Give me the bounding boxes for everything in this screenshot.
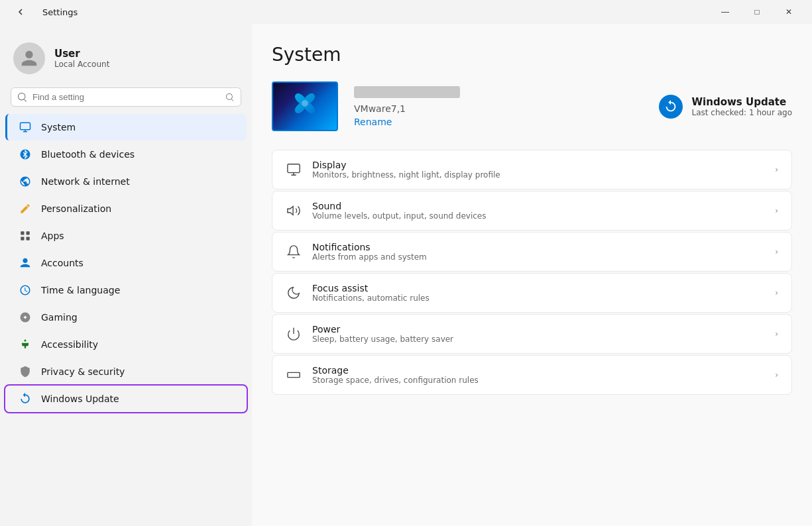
- avatar: [13, 42, 45, 74]
- sound-chevron: ›: [775, 206, 778, 215]
- personalization-icon: [19, 202, 32, 215]
- page-title: System: [272, 44, 792, 66]
- accounts-icon: [19, 256, 32, 270]
- system-icon: [19, 121, 32, 134]
- network-icon: [19, 175, 32, 188]
- sidebar-item-accessibility[interactable]: Accessibility: [5, 331, 247, 358]
- sidebar-item-personalization[interactable]: Personalization: [5, 195, 247, 222]
- settings-row-power[interactable]: Power Sleep, battery usage, battery save…: [272, 314, 792, 354]
- sidebar-item-apps[interactable]: Apps: [5, 223, 247, 249]
- main-content: System VMware7,1: [252, 24, 812, 526]
- sidebar-item-network[interactable]: Network & internet: [5, 168, 247, 195]
- display-title: Display: [312, 160, 764, 170]
- settings-row-sound[interactable]: Sound Volume levels, output, input, soun…: [272, 191, 792, 231]
- device-card: VMware7,1 Rename Windows Update Last che…: [272, 81, 792, 131]
- time-icon: [19, 284, 32, 297]
- update-icon: [19, 392, 32, 405]
- sidebar-item-privacy[interactable]: Privacy & security: [5, 358, 247, 385]
- power-title: Power: [312, 324, 764, 335]
- privacy-icon: [19, 365, 32, 378]
- sidebar-item-label-privacy: Privacy & security: [41, 366, 125, 377]
- search-input[interactable]: [32, 92, 221, 102]
- device-model: VMware7,1: [354, 103, 460, 114]
- svg-rect-2: [21, 231, 24, 235]
- svg-rect-3: [27, 231, 30, 235]
- display-text: Display Monitors, brightness, night ligh…: [312, 160, 764, 180]
- update-text-block: Windows Update Last checked: 1 hour ago: [692, 96, 792, 117]
- user-profile[interactable]: User Local Account: [0, 32, 252, 87]
- sidebar-item-label-accessibility: Accessibility: [41, 339, 98, 350]
- storage-subtitle: Storage space, drives, configuration rul…: [312, 376, 764, 385]
- sidebar-item-label-gaming: Gaming: [41, 312, 78, 323]
- display-icon: [286, 162, 302, 178]
- sidebar-item-bluetooth[interactable]: Bluetooth & devices: [5, 141, 247, 168]
- sidebar: User Local Account: [0, 24, 252, 526]
- search-box: [11, 87, 241, 107]
- sidebar-item-label-accounts: Accounts: [41, 258, 84, 268]
- sidebar-item-update[interactable]: Windows Update: [5, 386, 247, 412]
- rename-link[interactable]: Rename: [354, 117, 460, 127]
- sidebar-item-label-system: System: [41, 122, 76, 132]
- search-submit-icon: [226, 93, 234, 101]
- display-chevron: ›: [775, 165, 778, 174]
- nav-list: System Bluetooth & devices Network: [0, 113, 252, 413]
- svg-rect-12: [288, 372, 300, 377]
- gaming-icon: [19, 311, 32, 324]
- settings-row-notifications[interactable]: Notifications Alerts from apps and syste…: [272, 232, 792, 272]
- user-info: User Local Account: [54, 48, 109, 69]
- focus-chevron: ›: [775, 288, 778, 297]
- device-thumbnail: [272, 81, 338, 131]
- accessibility-icon: [19, 338, 32, 351]
- update-widget-title: Windows Update: [692, 96, 792, 108]
- settings-row-display[interactable]: Display Monitors, brightness, night ligh…: [272, 150, 792, 189]
- search-icon: [18, 93, 27, 102]
- notifications-text: Notifications Alerts from apps and syste…: [312, 242, 764, 262]
- search-container: [0, 87, 252, 113]
- focus-subtitle: Notifications, automatic rules: [312, 293, 764, 303]
- svg-point-8: [302, 100, 308, 107]
- sound-icon: [286, 203, 302, 219]
- settings-row-storage[interactable]: Storage Storage space, drives, configura…: [272, 355, 792, 395]
- titlebar-left: Settings: [5, 1, 78, 23]
- sidebar-item-label-network: Network & internet: [41, 176, 130, 187]
- notifications-title: Notifications: [312, 242, 764, 252]
- maximize-button[interactable]: □: [742, 1, 772, 23]
- windows-logo: [288, 90, 321, 123]
- focus-icon: [286, 285, 302, 301]
- sound-title: Sound: [312, 201, 764, 211]
- sound-text: Sound Volume levels, output, input, soun…: [312, 201, 764, 221]
- sidebar-item-accounts[interactable]: Accounts: [5, 250, 247, 276]
- app-body: User Local Account: [0, 24, 812, 526]
- bluetooth-icon: [19, 148, 32, 161]
- svg-rect-4: [21, 237, 24, 240]
- power-text: Power Sleep, battery usage, battery save…: [312, 324, 764, 344]
- user-subtitle: Local Account: [54, 60, 109, 69]
- settings-row-focus[interactable]: Focus assist Notifications, automatic ru…: [272, 273, 792, 313]
- minimize-button[interactable]: —: [710, 1, 740, 23]
- device-info: VMware7,1 Rename: [354, 86, 460, 127]
- sidebar-item-label-update: Windows Update: [41, 394, 119, 404]
- svg-rect-5: [27, 237, 30, 240]
- update-widget-subtitle: Last checked: 1 hour ago: [692, 108, 792, 117]
- power-subtitle: Sleep, battery usage, battery saver: [312, 335, 764, 344]
- close-button[interactable]: ✕: [774, 1, 804, 23]
- settings-list: Display Monitors, brightness, night ligh…: [272, 150, 792, 395]
- app-title: Settings: [42, 7, 78, 17]
- sidebar-item-gaming[interactable]: Gaming: [5, 304, 247, 331]
- storage-chevron: ›: [775, 370, 778, 380]
- storage-text: Storage Storage space, drives, configura…: [312, 365, 764, 385]
- svg-point-7: [25, 340, 27, 342]
- power-chevron: ›: [775, 329, 778, 339]
- titlebar: Settings — □ ✕: [0, 0, 812, 24]
- sidebar-item-system[interactable]: System: [5, 114, 247, 140]
- update-widget-icon: [659, 95, 683, 119]
- sidebar-item-time[interactable]: Time & language: [5, 277, 247, 303]
- display-subtitle: Monitors, brightness, night light, displ…: [312, 170, 764, 180]
- sidebar-item-label-time: Time & language: [41, 285, 120, 295]
- sidebar-item-label-personalization: Personalization: [41, 203, 111, 214]
- notifications-icon: [286, 244, 302, 260]
- power-icon: [286, 326, 302, 342]
- back-button[interactable]: [5, 1, 36, 23]
- focus-title: Focus assist: [312, 283, 764, 293]
- user-name: User: [54, 48, 109, 60]
